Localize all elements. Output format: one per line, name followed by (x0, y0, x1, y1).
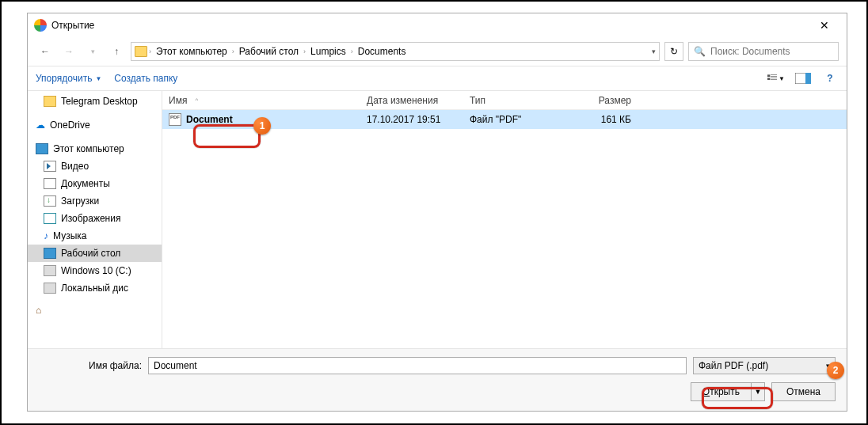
chevron-down-icon: ▾ (826, 362, 830, 370)
tree-item-onedrive[interactable]: ☁OneDrive (28, 116, 162, 134)
chevron-right-icon: › (303, 47, 306, 55)
refresh-button[interactable]: ↻ (664, 42, 683, 61)
view-button[interactable]: ▼ (767, 71, 785, 85)
breadcrumb[interactable]: › Этот компьютер › Рабочий стол › Lumpic… (131, 42, 660, 61)
filename-label: Имя файла: (39, 360, 142, 371)
pictures-icon (44, 213, 56, 224)
chevron-right-icon: › (351, 47, 353, 55)
search-icon: 🔍 (694, 46, 706, 57)
help-button[interactable]: ? (821, 71, 839, 85)
homegroup-icon: ⌂ (36, 305, 41, 316)
chevron-down-icon[interactable]: ▾ (652, 47, 656, 55)
onedrive-icon: ☁ (36, 120, 45, 131)
chevron-right-icon: › (149, 47, 151, 55)
file-type-cell: Файл "PDF" (463, 114, 566, 125)
recent-dropdown[interactable]: ▾ (83, 42, 102, 61)
crumb-item[interactable]: Lumpics (307, 46, 349, 57)
file-date-cell: 17.10.2017 19:51 (360, 114, 463, 125)
sort-indicator-icon: ^ (195, 97, 198, 104)
col-date[interactable]: Дата изменения (360, 95, 463, 106)
open-dropdown[interactable]: ▼ (752, 388, 764, 396)
new-folder-button[interactable]: Создать папку (114, 73, 177, 84)
documents-icon (44, 178, 56, 189)
folder-icon (135, 46, 147, 57)
filename-input[interactable] (148, 357, 687, 374)
up-button[interactable]: ↑ (107, 42, 126, 61)
tree-item-homegroup[interactable]: ⌂ (28, 302, 162, 319)
svg-rect-0 (767, 74, 770, 77)
toolbar: Упорядочить ▼ Создать папку ▼ ? (28, 66, 847, 91)
file-name-cell: PDF Document (162, 113, 360, 126)
chevron-down-icon: ▼ (95, 75, 101, 82)
disk-icon (44, 283, 56, 294)
pdf-icon: PDF (169, 113, 181, 126)
list-header: Имя^ Дата изменения Тип Размер (162, 91, 847, 110)
tree-item-desktop[interactable]: Рабочий стол (28, 245, 162, 262)
chrome-icon (34, 19, 47, 32)
disk-icon (44, 265, 56, 276)
cancel-button[interactable]: Отмена (771, 382, 836, 401)
col-type[interactable]: Тип (463, 95, 566, 106)
pc-icon (36, 143, 48, 154)
crumb-item[interactable]: Рабочий стол (236, 46, 302, 57)
folder-tree[interactable]: Telegram Desktop ☁OneDrive Этот компьюте… (28, 91, 162, 348)
svg-rect-4 (771, 78, 777, 78)
open-file-dialog: Открытие ✕ ← → ▾ ↑ › Этот компьютер › Ра… (27, 13, 847, 412)
navbar: ← → ▾ ↑ › Этот компьютер › Рабочий стол … (28, 37, 847, 66)
dialog-body: Telegram Desktop ☁OneDrive Этот компьюте… (28, 91, 847, 348)
dialog-footer: Имя файла: Файл PDF (.pdf) ▾ Открыть ▼ О… (28, 348, 847, 411)
crumb-item[interactable]: Documents (355, 46, 409, 57)
titlebar: Открытие ✕ (28, 13, 847, 37)
file-row[interactable]: PDF Document 17.10.2017 19:51 Файл "PDF"… (162, 110, 847, 129)
crumb-root[interactable]: Этот компьютер (153, 46, 230, 57)
search-box[interactable]: 🔍 (688, 42, 839, 61)
open-button[interactable]: Открыть ▼ (691, 382, 765, 401)
svg-rect-7 (805, 73, 811, 84)
downloads-icon (44, 195, 56, 207)
search-input[interactable] (710, 46, 833, 57)
tree-item-videos[interactable]: Видео (28, 157, 162, 175)
tree-item-pictures[interactable]: Изображения (28, 210, 162, 227)
col-size[interactable]: Размер (566, 95, 638, 106)
svg-rect-2 (771, 76, 777, 77)
tree-item-music[interactable]: ♪Музыка (28, 227, 162, 245)
col-name[interactable]: Имя^ (162, 95, 360, 106)
file-list: Имя^ Дата изменения Тип Размер PDF Docum… (162, 91, 847, 348)
file-size-cell: 161 КБ (566, 114, 638, 125)
tree-item-documents[interactable]: Документы (28, 175, 162, 192)
forward-button[interactable]: → (59, 42, 78, 61)
desktop-icon (44, 248, 56, 259)
tree-item-downloads[interactable]: Загрузки (28, 192, 162, 210)
preview-pane-button[interactable] (794, 71, 812, 85)
window-title: Открытие (51, 20, 809, 31)
music-icon: ♪ (44, 230, 48, 241)
tree-item-telegram[interactable]: Telegram Desktop (28, 93, 162, 110)
tree-item-local-disk[interactable]: Локальный дис (28, 279, 162, 297)
folder-icon (44, 96, 56, 107)
chevron-right-icon: › (232, 47, 234, 55)
tree-item-this-pc[interactable]: Этот компьютер (28, 140, 162, 157)
close-button[interactable]: ✕ (809, 19, 840, 32)
svg-rect-1 (771, 74, 777, 75)
video-icon (44, 161, 56, 172)
tree-item-drive-c[interactable]: Windows 10 (C:) (28, 262, 162, 279)
organize-button[interactable]: Упорядочить ▼ (36, 73, 101, 84)
back-button[interactable]: ← (36, 42, 55, 61)
filetype-filter[interactable]: Файл PDF (.pdf) ▾ (693, 357, 836, 374)
svg-rect-3 (767, 78, 770, 80)
svg-rect-5 (771, 79, 777, 80)
